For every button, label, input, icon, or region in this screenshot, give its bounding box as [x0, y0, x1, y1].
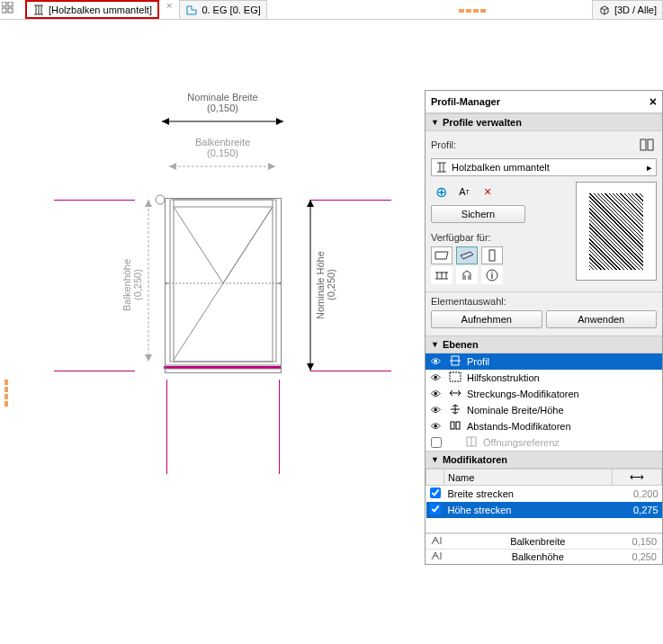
- layer-row[interactable]: 👁Nominale Breite/Höhe: [426, 402, 662, 418]
- layer-icon: [449, 371, 461, 384]
- param-name: Balkenbreite: [510, 536, 565, 547]
- layer-name: Streckungs-Modifikatoren: [467, 389, 579, 399]
- param-row[interactable]: Balkenhöhe0,250: [426, 549, 662, 564]
- panel-title: Profil-Manager: [431, 96, 500, 107]
- svg-text:i: i: [491, 270, 493, 281]
- dim-nominal-height: Nominale Höhe (0,250): [315, 231, 336, 339]
- tab-floor[interactable]: 0. EG [0. EG]: [179, 0, 266, 19]
- layer-name: Öffnungsreferenz: [483, 437, 560, 448]
- wall-tool-icon[interactable]: [431, 246, 452, 264]
- add-icon[interactable]: ⊕: [431, 182, 451, 201]
- floor-icon: [185, 4, 198, 16]
- cube-icon: [598, 4, 611, 16]
- rename-icon[interactable]: AT: [454, 182, 474, 201]
- svg-rect-21: [489, 250, 495, 261]
- svg-rect-0: [2, 2, 6, 6]
- param-name: Balkenhöhe: [512, 551, 564, 562]
- svg-rect-10: [170, 200, 276, 362]
- tab-profile-editor[interactable]: [Holzbalken ummantelt]: [25, 0, 159, 19]
- section-manage-profiles[interactable]: ▼Profile verwalten: [426, 113, 662, 131]
- layer-row[interactable]: 👁Profil: [426, 353, 662, 370]
- tab-label: [3D / Alle]: [614, 4, 657, 15]
- svg-rect-26: [450, 372, 461, 381]
- layer-row[interactable]: 👁Hilfskonstruktion: [426, 370, 662, 386]
- profile-settings-icon[interactable]: [637, 135, 657, 155]
- mod-checkbox[interactable]: [430, 504, 441, 514]
- param-value: 0,250: [632, 551, 657, 562]
- delete-icon[interactable]: ×: [478, 182, 497, 201]
- dim-nominal-width: Nominale Breite (0,150): [166, 92, 279, 113]
- svg-rect-1: [8, 2, 13, 6]
- profile-section[interactable]: [165, 198, 282, 373]
- svg-line-13: [174, 207, 223, 283]
- svg-rect-28: [456, 422, 460, 429]
- param-row[interactable]: Balkenbreite0,150: [426, 533, 662, 549]
- profile-preview: [576, 182, 657, 281]
- eye-icon[interactable]: 👁: [431, 405, 443, 416]
- layer-row[interactable]: 👁Abstands-Modifikatoren: [426, 418, 662, 434]
- guide-marker: [459, 9, 486, 13]
- mod-name: Höhe strecken: [444, 502, 613, 518]
- layer-icon: [449, 355, 461, 368]
- available-for-label: Verfügbar für:: [431, 232, 572, 243]
- profile-manager-panel: Profil-Manager × ▼Profile verwalten Prof…: [425, 90, 663, 565]
- layer-icon: [449, 404, 461, 416]
- tab-3d[interactable]: [3D / Alle]: [592, 0, 663, 19]
- mod-value: 0,275: [613, 502, 662, 518]
- svg-rect-2: [2, 8, 6, 13]
- profile-icon: [435, 161, 448, 174]
- svg-point-8: [156, 195, 165, 204]
- layer-name: Nominale Breite/Höhe: [467, 405, 564, 416]
- layer-name: Abstands-Modifikatoren: [467, 421, 571, 432]
- navigator-grid-icon[interactable]: [2, 2, 16, 16]
- save-button[interactable]: Sichern: [431, 205, 525, 223]
- mod-name-header[interactable]: Name: [444, 470, 613, 486]
- mod-checkbox[interactable]: [430, 487, 441, 498]
- dim-beam-width: Balkenbreite (0,150): [166, 137, 279, 158]
- layer-icon: [449, 388, 461, 400]
- mod-value-header[interactable]: ⟷: [613, 470, 662, 486]
- svg-rect-27: [451, 422, 454, 429]
- eye-icon[interactable]: 👁: [431, 356, 443, 367]
- tab-label: [Holzbalken ummantelt]: [49, 4, 152, 15]
- modifier-row[interactable]: Breite strecken0,200: [426, 486, 662, 503]
- profile-dropdown[interactable]: Holzbalken ummantelt ▸: [431, 158, 657, 176]
- railing-tool-icon[interactable]: [431, 266, 452, 284]
- dim-beam-height: Balkenhöhe (0,250): [121, 231, 143, 339]
- beam-tool-icon[interactable]: [456, 246, 478, 264]
- modifier-row[interactable]: Höhe strecken0,275: [426, 502, 662, 518]
- eye-icon[interactable]: 👁: [431, 372, 443, 383]
- tab-close[interactable]: ×: [159, 0, 179, 19]
- column-tool-icon[interactable]: [481, 246, 503, 264]
- profile-label: Profil:: [431, 139, 456, 150]
- eye-icon[interactable]: 👁: [431, 389, 443, 399]
- layer-icon: [449, 420, 461, 433]
- svg-rect-3: [8, 8, 13, 13]
- info-icon[interactable]: i: [481, 266, 503, 284]
- svg-rect-19: [641, 139, 646, 150]
- object-tool-icon[interactable]: [456, 266, 478, 284]
- profile-icon: [32, 4, 45, 16]
- layer-row[interactable]: 👁Streckungs-Modifikatoren: [426, 386, 662, 402]
- tab-label: 0. EG [0. EG]: [202, 4, 260, 15]
- drawing-canvas[interactable]: Nominale Breite (0,150) Balkenbreite (0,…: [0, 20, 423, 644]
- eye-icon[interactable]: 👁: [431, 421, 443, 432]
- mod-name: Breite strecken: [444, 486, 613, 503]
- element-select-label: Elementauswahl:: [431, 296, 657, 307]
- layer-checkbox[interactable]: [431, 437, 442, 448]
- layer-row[interactable]: Öffnungsreferenz: [426, 434, 662, 451]
- layer-name: Profil: [467, 356, 489, 367]
- apply-button[interactable]: Anwenden: [546, 310, 658, 328]
- layer-name: Hilfskonstruktion: [467, 372, 540, 383]
- section-modifiers[interactable]: ▼Modifikatoren: [426, 451, 662, 469]
- close-icon[interactable]: ×: [650, 94, 657, 109]
- param-icon: [431, 551, 443, 562]
- section-layers[interactable]: ▼Ebenen: [426, 335, 662, 353]
- svg-rect-20: [648, 139, 653, 150]
- mod-value: 0,200: [613, 486, 662, 503]
- take-button[interactable]: Aufnehmen: [431, 310, 542, 328]
- param-value: 0,150: [632, 536, 657, 547]
- param-icon: [431, 536, 443, 547]
- guide-marker: [4, 380, 8, 407]
- chevron-right-icon: ▸: [647, 162, 652, 174]
